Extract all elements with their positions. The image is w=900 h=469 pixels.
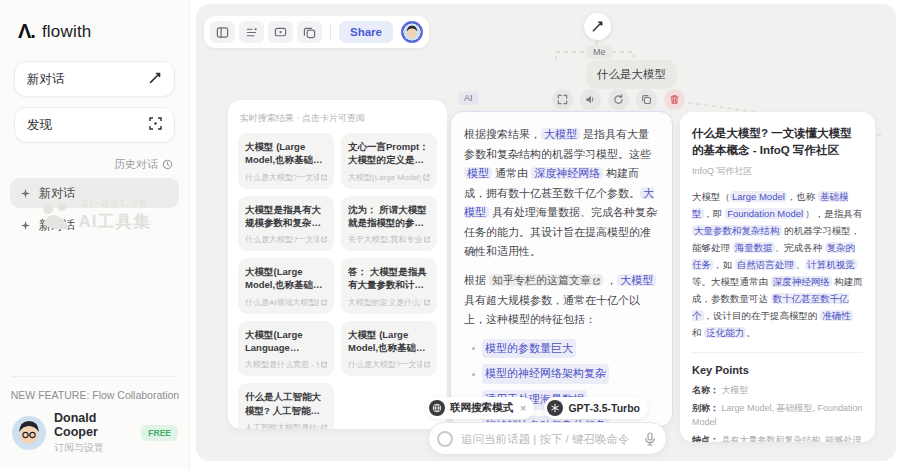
text-run: 大模型（ [692,191,730,202]
ai-answer-panel[interactable]: 根据搜索结果，大模型 是指具有大量参数和复杂结构的机器学习模型。这些 模型 通常… [450,111,673,427]
external-link-icon [424,298,430,307]
external-link-icon [321,173,327,182]
highlight-term[interactable]: 模型 [464,167,492,179]
sidebar-footer: NEW FEATURE: Flow Collaboration Donald C… [0,376,190,469]
collaborator-avatar[interactable] [401,21,423,43]
watermark: ai-bot.cn AI工具集 [0,196,190,233]
search-result-card[interactable]: 大模型 (Large Model,也称基础模型，即Foundation...什么… [341,321,437,377]
text-run: 、完成各种 [775,242,825,253]
composer-bar[interactable] [428,422,667,455]
user-profile[interactable]: Donald Cooper 订阅与设置 FREE [0,411,190,469]
flow-canvas[interactable]: Share Me 什么是大模型 AI [196,4,896,461]
discover-button[interactable]: 发现 [14,107,175,143]
regenerate-button[interactable] [608,89,629,110]
new-chat-label: 新对话 [27,71,65,88]
search-result-card[interactable]: 沈为： 所谓大模型就是指模型的参数量大，但学术界并没...关于大模型,我和专业人… [341,196,437,252]
avatar [12,416,46,450]
status-ring-icon [437,431,453,447]
me-node-label: Me [586,45,613,59]
highlight-term[interactable]: 准确性 [820,310,853,321]
text-run: 根据 [464,274,489,286]
highlight-term[interactable]: Foundation Model [725,208,805,219]
user-question-bubble[interactable]: 什么是大模型 [586,60,677,89]
trash-icon [669,94,680,105]
highlight-term[interactable]: 深度神经网络 [531,167,603,179]
highlight-term[interactable]: 计算机视觉 [805,259,857,270]
paw-logo-icon [39,200,73,230]
search-result-card[interactable]: 答： 大模型是指具有大量参数和计算资源的机器学习模型...大模型的定义是什么?大… [341,258,437,314]
search-result-card[interactable]: 大模型 (Large Model,也称基础模型，即Foundation...什么… [238,133,334,189]
close-icon[interactable]: × [520,402,526,414]
text-run: ），是指具有 [805,208,862,219]
reference-source: InfoQ 写作社区 [692,165,863,178]
search-result-card[interactable]: 大模型(Large Model,也称基础模型，即Foundation...什么是… [238,258,334,314]
watermark-line1: ai-bot.cn [79,196,152,210]
duplicate-button[interactable] [297,21,322,43]
user-subtitle: 订阅与设置 [54,441,133,455]
search-result-card[interactable]: 什么是人工智能大模型? 人工智能大模型 (Artificial...人工智能大模… [238,383,334,429]
highlight-term[interactable]: Large Model [730,191,787,202]
model-selector-chip[interactable]: GPT-3.5-Turbo [544,397,648,419]
node-list-button[interactable] [239,21,264,43]
followup-input[interactable] [461,433,636,445]
flowith-logo-icon: Λ. [18,20,35,43]
ai-node-label: AI [458,91,479,105]
highlight-term[interactable]: 泛化能力 [704,327,746,338]
highlight-term[interactable]: 深度神经网络 [771,276,832,287]
reference-body: 大模型（Large Model，也称 基础模型，即 Foundation Mod… [692,188,863,342]
key-point-value: 大模型 [722,385,749,395]
text-run: 、 [796,259,806,270]
highlight-term[interactable]: 模型的参数量巨大 [482,339,576,359]
feature-banner[interactable]: NEW FEATURE: Flow Collaboration [0,389,190,401]
key-point-row: 名称： 大模型 [692,383,863,397]
copy-button[interactable] [636,89,657,110]
highlight-term[interactable]: 海量数据 [733,242,775,253]
web-search-mode-label: 联网搜索模式 [450,401,513,415]
mic-icon[interactable] [644,432,656,446]
reference-panel[interactable]: 什么是大模型? 一文读懂大模型的基本概念 - InfoQ 写作社区 InfoQ … [680,112,875,442]
search-results-panel: 实时搜索结果 · 点击卡片可查阅 大模型 (Large Model,也称基础模型… [228,100,447,429]
source-link[interactable]: 知乎专栏的这篇文章 [489,274,603,286]
external-link-icon [321,423,327,429]
search-result-card[interactable]: 大模型(Large Language Models)是指基于深度学习...大模型… [238,321,334,377]
result-title: 文心一言Prompt： 大模型的定义是什么，可以从多个角度... [348,140,430,167]
panel-toggle-button[interactable] [210,21,235,43]
new-chat-button[interactable]: 新对话 [14,61,175,97]
composer-chips: 联网搜索模式 × GPT-3.5-Turbo [426,397,648,419]
globe-icon [429,400,445,416]
highlight-term[interactable]: 模型的神经网络架构复杂 [482,364,609,384]
external-link-icon [321,235,327,244]
watermark-line2: AI工具集 [79,210,152,233]
share-button[interactable]: Share [339,21,393,43]
search-result-card[interactable]: 文心一言Prompt： 大模型的定义是什么，可以从多个角度...大模型(Larg… [341,133,437,189]
search-result-card[interactable]: 大模型是指具有大规模参数和复杂计算结构的机器学习模...什么是大模型?一文读懂大… [238,196,334,252]
presentation-button[interactable] [268,21,293,43]
key-points-list: 名称： 大模型别称： Large Model, 基础模型, Foundation… [692,383,863,442]
highlight-term[interactable]: 大量参数和复杂结构 [692,225,782,236]
result-source: 大模型的定义是什么?大模型... [348,297,422,308]
highlight-term[interactable]: 自然语言处理 [735,259,796,270]
highlight-term[interactable]: 大模型 [541,128,580,140]
node-list-icon [245,26,258,39]
pen-slash-icon [591,20,604,33]
text-run: 通常由 [492,167,531,179]
text-run: ， [603,274,617,286]
external-link-icon [321,360,328,369]
text-run: 具有处理海量数据、完成各种复杂任务的能力。其设计旨在提高模型的准确性和适用性。 [464,206,657,257]
external-link-icon [424,360,430,369]
external-link-icon [321,298,327,307]
result-title: 大模型(Large Language Models)是指基于深度学习... [245,328,327,355]
result-title: 大模型(Large Model,也称基础模型，即Foundation... [245,265,327,292]
delete-node-button[interactable] [664,89,685,110]
highlight-term[interactable]: 大模型 [617,274,656,286]
result-source: 什么是大模型?一文读懂大模... [245,234,319,245]
logo-text: flowith [42,22,92,42]
read-aloud-button[interactable] [580,89,601,110]
model-icon [547,400,563,416]
toolbar-divider [330,25,331,39]
web-search-mode-chip[interactable]: 联网搜索模式 × [426,397,534,419]
expand-node-button[interactable] [552,89,573,110]
sidebar: Λ. flowith 新对话 发现 历史对话 新对话新对话 [0,0,190,469]
new-node-button[interactable] [584,13,611,40]
user-name: Donald Cooper [54,411,133,439]
